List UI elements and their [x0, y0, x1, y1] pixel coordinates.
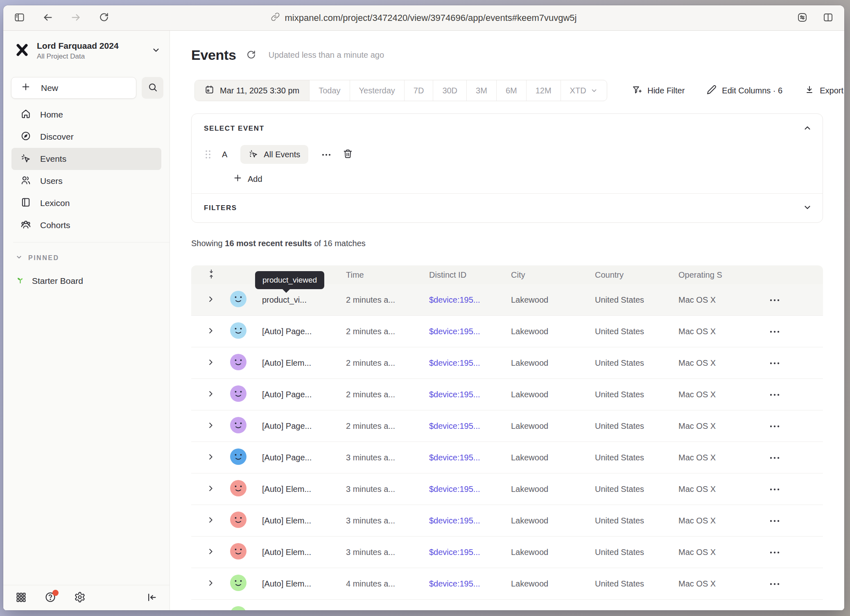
row-menu-button[interactable] — [769, 518, 780, 524]
search-button[interactable] — [142, 77, 163, 99]
edit-columns-button[interactable]: Edit Columns · 6 — [707, 85, 782, 97]
expand-row-button[interactable] — [207, 485, 215, 494]
table-row[interactable]: [Auto] Elem...3 minutes a...$device:195.… — [191, 505, 823, 537]
column-header-distinct-id[interactable]: Distinct ID — [429, 270, 511, 280]
cell-distinct-id[interactable]: $device:195... — [429, 579, 511, 589]
table-row[interactable]: [Auto] Page...2 minutes a...$device:195.… — [191, 379, 823, 410]
cell-distinct-id[interactable]: $device:195... — [429, 390, 511, 399]
apps-grid-button[interactable] — [16, 592, 27, 604]
forward-button[interactable] — [70, 12, 81, 24]
table-row[interactable]: [Auto] Page...2 minutes a...$device:195.… — [191, 410, 823, 442]
expand-row-button[interactable] — [207, 421, 215, 430]
column-header-time[interactable]: Time — [346, 270, 429, 280]
row-menu-button[interactable] — [769, 423, 780, 429]
column-header-country[interactable]: Country — [595, 270, 678, 280]
row-menu-button[interactable] — [769, 328, 780, 335]
row-menu-button[interactable] — [769, 360, 780, 366]
split-view-button[interactable] — [823, 12, 834, 24]
cell-distinct-id[interactable]: $device:195... — [429, 358, 511, 368]
cell-distinct-id[interactable]: $device:195... — [429, 421, 511, 431]
collapse-section-button[interactable] — [803, 124, 812, 134]
table-row[interactable]: [Auto] Elem...2 minutes a...$device:195.… — [191, 347, 823, 379]
event-avatar — [230, 322, 246, 341]
date-segment-7d[interactable]: 7D — [404, 80, 433, 101]
expand-row-button[interactable] — [207, 548, 215, 557]
event-avatar — [230, 291, 246, 309]
reload-button[interactable] — [99, 12, 109, 24]
chevron-right-icon — [207, 358, 215, 367]
event-delete-button[interactable] — [343, 149, 353, 160]
collapse-rows-icon[interactable] — [207, 269, 216, 281]
date-range-selected[interactable]: Mar 11, 2025 3:30 pm — [195, 80, 309, 101]
date-segment-yesterday[interactable]: Yesterday — [350, 80, 404, 101]
table-row[interactable]: [Auto] Elem...3 minutes a...$device:195.… — [191, 537, 823, 568]
filters-label: FILTERS — [204, 204, 237, 212]
export-button[interactable]: Export — [805, 85, 843, 97]
sidebar-item-discover[interactable]: Discover — [11, 126, 161, 148]
table-row[interactable]: [Auto] Page...2 minutes a...$device:195.… — [191, 316, 823, 347]
date-segment-30d[interactable]: 30D — [433, 80, 466, 101]
table-row[interactable]: [Auto] Page...3 minutes a...$device:195.… — [191, 442, 823, 473]
sidebar-item-label: Events — [40, 154, 66, 164]
filters-section[interactable]: FILTERS — [192, 193, 823, 222]
more-dots-icon — [769, 360, 780, 366]
add-event-button[interactable]: Add — [233, 174, 262, 184]
cell-event-name: [Auto] Elem... — [262, 548, 346, 557]
more-dots-icon — [769, 328, 780, 335]
event-more-button[interactable] — [321, 152, 331, 158]
sidebar-item-users[interactable]: Users — [11, 170, 161, 192]
cell-country: United States — [595, 390, 678, 399]
address-bar[interactable]: mixpanel.com/project/3472420/view/397469… — [271, 5, 576, 30]
table-row[interactable] — [191, 600, 823, 610]
sidebar-item-lexicon[interactable]: Lexicon — [11, 192, 161, 214]
cell-event-name: [Auto] Elem... — [262, 358, 346, 368]
sidebar-toggle-button[interactable] — [14, 12, 25, 24]
expand-row-button[interactable] — [207, 327, 215, 336]
date-segment-12m[interactable]: 12M — [526, 80, 561, 101]
cell-distinct-id[interactable]: $device:195... — [429, 485, 511, 494]
expand-row-button[interactable] — [207, 579, 215, 588]
pinned-section-header[interactable]: PINNED — [16, 254, 59, 262]
expand-row-button[interactable] — [207, 295, 215, 304]
event-selector-chip[interactable]: All Events — [240, 145, 308, 164]
row-menu-button[interactable] — [769, 392, 780, 398]
row-menu-button[interactable] — [769, 549, 780, 555]
sidebar-item-home[interactable]: Home — [11, 104, 161, 126]
cell-distinct-id[interactable]: $device:195... — [429, 453, 511, 462]
row-menu-button[interactable] — [769, 455, 780, 461]
sidebar-item-events[interactable]: Events — [11, 148, 161, 170]
row-menu-button[interactable] — [769, 297, 780, 303]
date-segment-xtd[interactable]: XTD — [561, 80, 607, 101]
sidebar-item-starter-board[interactable]: Starter Board — [16, 275, 83, 287]
date-segment-3m[interactable]: 3M — [466, 80, 496, 101]
cell-city: Lakewood — [511, 453, 595, 462]
expand-row-button[interactable] — [207, 358, 215, 367]
workspace-switcher[interactable]: Lord Farquaad 2024 All Project Data — [15, 41, 161, 61]
expand-row-button[interactable] — [207, 390, 215, 399]
cell-distinct-id[interactable]: $device:195... — [429, 327, 511, 336]
back-button[interactable] — [42, 12, 53, 24]
sidebar-item-cohorts[interactable]: Cohorts — [11, 214, 161, 236]
collapse-sidebar-button[interactable] — [146, 592, 157, 604]
table-row[interactable]: [Auto] Elem...4 minutes a...$device:195.… — [191, 568, 823, 600]
row-menu-button[interactable] — [769, 486, 780, 492]
drag-handle-icon[interactable] — [204, 149, 212, 160]
date-segment-today[interactable]: Today — [309, 80, 349, 101]
table-row[interactable]: [Auto] Elem...3 minutes a...$device:195.… — [191, 473, 823, 505]
column-header-os[interactable]: Operating S — [678, 270, 764, 280]
expand-row-button[interactable] — [207, 516, 215, 525]
date-segment-6m[interactable]: 6M — [496, 80, 526, 101]
column-header-city[interactable]: City — [511, 270, 595, 280]
help-button[interactable] — [45, 591, 56, 604]
settings-button[interactable] — [74, 591, 86, 604]
hide-filter-button[interactable]: Hide Filter — [632, 85, 685, 97]
expand-row-button[interactable] — [207, 453, 215, 462]
cell-distinct-id[interactable]: $device:195... — [429, 548, 511, 557]
refresh-button[interactable] — [246, 50, 256, 61]
cell-distinct-id[interactable]: $device:195... — [429, 516, 511, 525]
cell-distinct-id[interactable]: $device:195... — [429, 295, 511, 305]
row-menu-button[interactable] — [769, 581, 780, 587]
new-button[interactable]: New — [11, 77, 136, 99]
page-settings-button[interactable] — [797, 12, 808, 24]
chevron-right-icon — [207, 390, 215, 399]
